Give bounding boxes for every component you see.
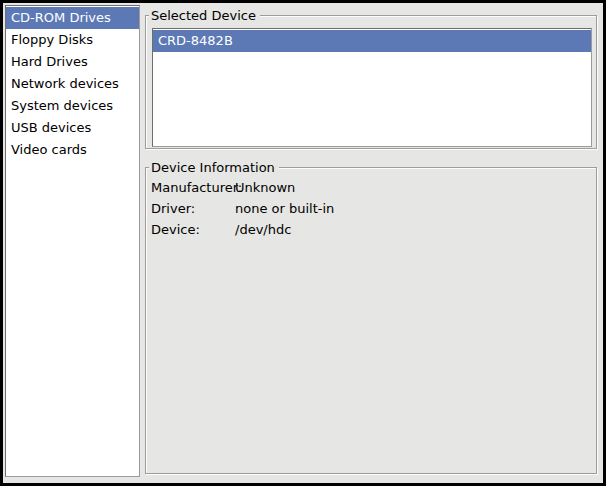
sidebar-item-network-devices[interactable]: Network devices [6, 73, 139, 95]
device-information-fields: Manufacturer: Unknown Driver: none or bu… [151, 177, 590, 240]
device-value: /dev/hdc [235, 219, 590, 240]
device-information-frame: Device Information Manufacturer: Unknown… [145, 167, 597, 474]
manufacturer-label: Manufacturer: [151, 177, 235, 198]
device-label: Device: [151, 219, 235, 240]
selected-device-list: CRD-8482B [152, 28, 592, 147]
device-list-item-crd-8482b[interactable]: CRD-8482B [153, 30, 591, 52]
driver-value: none or built-in [235, 198, 590, 219]
selected-device-frame: Selected Device CRD-8482B [145, 15, 597, 149]
selected-device-frame-title: Selected Device [149, 6, 260, 25]
sidebar-item-floppy-disks[interactable]: Floppy Disks [6, 29, 139, 51]
manufacturer-value: Unknown [235, 177, 590, 198]
hardware-browser-window: CD-ROM Drives Floppy Disks Hard Drives N… [0, 0, 606, 486]
device-category-list: CD-ROM Drives Floppy Disks Hard Drives N… [5, 5, 140, 477]
sidebar-item-video-cards[interactable]: Video cards [6, 139, 139, 161]
driver-label: Driver: [151, 198, 235, 219]
sidebar-item-hard-drives[interactable]: Hard Drives [6, 51, 139, 73]
sidebar-item-cd-rom-drives[interactable]: CD-ROM Drives [6, 7, 139, 29]
sidebar-item-usb-devices[interactable]: USB devices [6, 117, 139, 139]
sidebar-item-system-devices[interactable]: System devices [6, 95, 139, 117]
device-information-frame-title: Device Information [149, 158, 279, 177]
